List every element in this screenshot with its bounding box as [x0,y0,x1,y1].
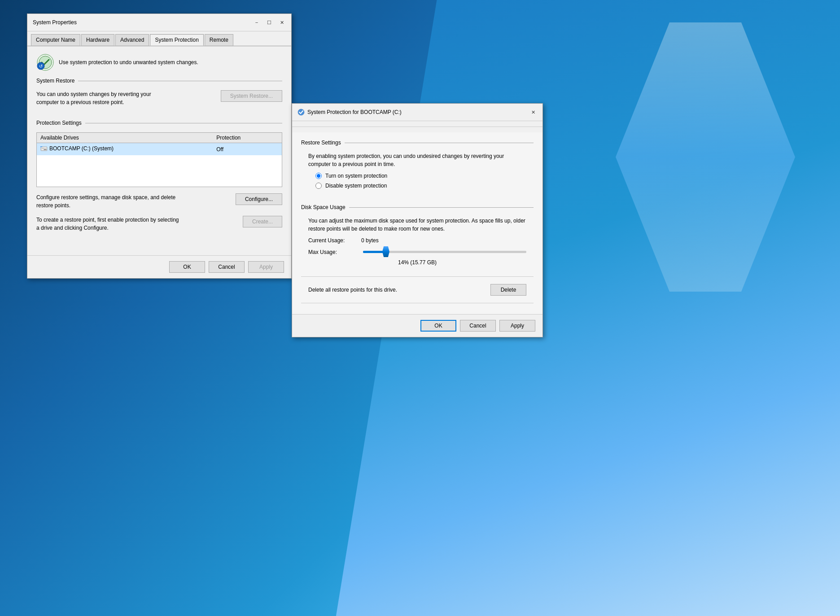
sp-bootcamp-window: System Protection for BOOTCAMP (C:) ✕ Re… [292,103,543,337]
tab-computer-name[interactable]: Computer Name [31,34,80,46]
configure-text: Configure restore settings, manage disk … [36,193,180,210]
create-text: To create a restore point, first enable … [36,216,180,232]
drive-protection: Off [213,143,282,156]
max-usage-label: Max Usage: [308,249,358,255]
protection-settings-content: Available Drives Protection [36,129,282,242]
drive-icon-group: BOOTCAMP (C:) (System) [40,145,114,152]
system-properties-window: System Properties − ☐ ✕ Computer Name Ha… [27,13,292,279]
drive-name: BOOTCAMP (C:) (System) [37,143,213,156]
protection-settings-group: Protection Settings Available Drives Pro… [36,120,282,242]
tab-hardware[interactable]: Hardware [81,34,114,46]
btn-divider [301,303,534,303]
disk-desc: You can adjust the maximum disk space us… [308,217,526,233]
sp-header: ↺ Use system protection to undo unwanted… [36,53,282,71]
titlebar-controls: − ☐ ✕ [251,17,288,27]
svg-rect-8 [42,148,44,149]
system-restore-button[interactable]: System Restore... [221,90,282,102]
system-restore-row: You can undo system changes by reverting… [36,90,282,106]
main-button-row: OK Cancel Apply [27,255,291,278]
sp-titlebar: System Protection for BOOTCAMP (C:) ✕ [292,104,542,121]
restore-desc: By enabling system protection, you can u… [308,152,526,168]
create-button[interactable]: Create... [243,216,282,227]
sp-top-divider [292,127,542,127]
slider-container [363,247,526,257]
disk-space-content: You can adjust the maximum disk space us… [301,213,534,269]
restore-settings-content: By enabling system protection, you can u… [301,149,534,197]
radio-turn-on-label[interactable]: Turn on system protection [325,173,387,179]
drives-table: Available Drives Protection [36,132,282,187]
drive-name-text: BOOTCAMP (C:) (System) [49,145,114,152]
configure-button[interactable]: Configure... [236,193,282,205]
sp-title-icon [298,109,305,116]
max-usage-row: Max Usage: [308,247,526,257]
cancel-button[interactable]: Cancel [209,261,245,273]
sp-icon: ↺ [36,53,54,71]
radio-disable: Disable system protection [315,183,526,189]
radio-turn-on-input[interactable] [315,173,322,179]
current-usage-value: 0 bytes [361,237,379,244]
system-restore-desc: You can undo system changes by reverting… [36,90,158,106]
disk-space-label: Disk Space Usage [301,204,534,210]
system-properties-title-text: System Properties [33,19,77,26]
drive-icon [40,145,48,152]
tab-bar: Computer Name Hardware Advanced System P… [27,31,291,46]
col-drives: Available Drives [37,133,213,143]
ok-button[interactable]: OK [169,261,205,273]
sp-cancel-button[interactable]: Cancel [460,320,496,332]
sp-ok-button[interactable]: OK [420,320,456,332]
delete-text: Delete all restore points for this drive… [308,287,397,293]
create-row: To create a restore point, first enable … [36,216,282,232]
delete-row: Delete all restore points for this drive… [301,280,534,299]
restore-settings-label: Restore Settings [301,140,534,146]
svg-text:↺: ↺ [39,64,43,69]
slider-track [363,251,526,253]
svg-rect-10 [41,146,42,147]
tab-system-protection[interactable]: System Protection [150,34,203,46]
system-properties-content: ↺ Use system protection to undo unwanted… [27,46,291,255]
sp-close-button[interactable]: ✕ [527,107,539,117]
tab-advanced[interactable]: Advanced [115,34,149,46]
sp-content: Restore Settings By enabling system prot… [292,132,542,314]
close-button[interactable]: ✕ [276,17,288,27]
sp-title-text: System Protection for BOOTCAMP (C:) [307,109,402,115]
sp-button-row: OK Cancel Apply [292,314,542,337]
current-usage-row: Current Usage: 0 bytes [308,237,526,244]
tab-remote[interactable]: Remote [205,34,233,46]
radio-disable-label[interactable]: Disable system protection [325,183,387,189]
system-properties-titlebar: System Properties − ☐ ✕ [27,14,291,31]
minimize-button[interactable]: − [251,17,262,27]
sp-titlebar-controls: ✕ [527,107,539,117]
sp-title-group: System Protection for BOOTCAMP (C:) [298,109,402,116]
system-restore-content: You can undo system changes by reverting… [36,87,282,114]
system-properties-title-group: System Properties [33,19,77,26]
disk-space-section: Disk Space Usage You can adjust the maxi… [301,204,534,269]
col-protection: Protection [213,133,282,143]
delete-button[interactable]: Delete [490,284,526,296]
protection-settings-label: Protection Settings [36,120,282,126]
maximize-button[interactable]: ☐ [263,17,275,27]
configure-row: Configure restore settings, manage disk … [36,193,282,210]
radio-disable-input[interactable] [315,183,322,189]
current-usage-label: Current Usage: [308,237,358,244]
svg-point-7 [44,149,45,150]
sp-apply-button[interactable]: Apply [499,320,535,332]
radio-turn-on: Turn on system protection [315,173,526,179]
system-restore-group: System Restore You can undo system chang… [36,78,282,114]
radio-group: Turn on system protection Disable system… [315,173,526,189]
usage-percent: 14% (15.77 GB) [308,259,526,266]
system-restore-label: System Restore [36,78,282,84]
table-row[interactable]: BOOTCAMP (C:) (System) Off [37,143,282,156]
sp-header-text: Use system protection to undo unwanted s… [59,59,198,66]
svg-point-6 [45,149,47,150]
delete-divider [301,276,534,277]
apply-button[interactable]: Apply [248,261,284,273]
slider-thumb[interactable] [382,246,389,257]
